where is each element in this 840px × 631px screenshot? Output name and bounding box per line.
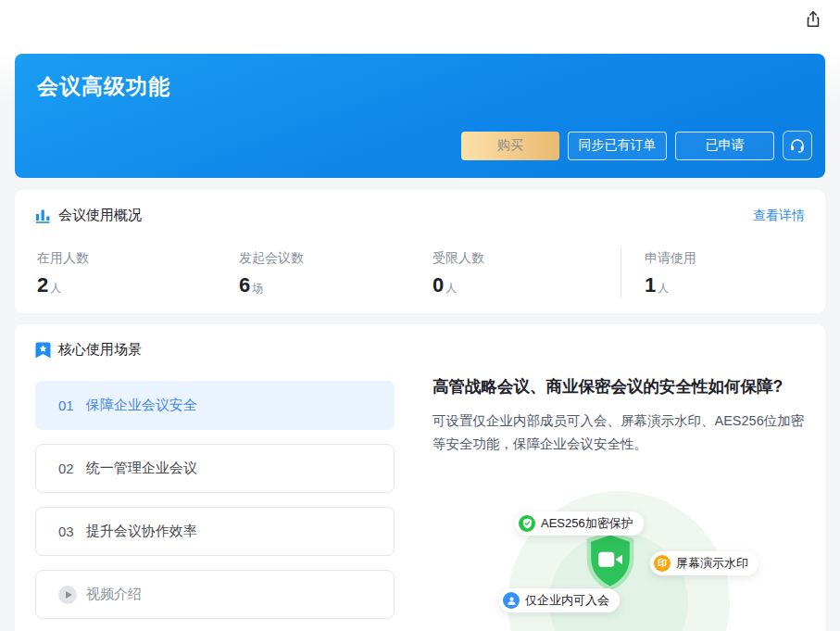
stat-applied-users: 申请使用 1人 [621,248,806,297]
stat-value: 1 [645,273,656,297]
hero-card: 会议高级功能 ¥40/人/年 购买 同步已有订单 已申请 [15,54,825,178]
usage-overview-card: 会议使用概况 查看详情 在用人数 2人 发起会议数 6场 受限人数 0人 申请使… [15,190,825,313]
stat-meetings-started: 发起会议数 6场 [239,248,433,297]
stat-label: 在用人数 [37,250,239,267]
stat-label: 受限人数 [433,250,621,267]
stat-value: 0 [433,273,444,297]
scenario-item-security[interactable]: 01 保障企业会议安全 [35,381,395,430]
shield-check-icon [519,515,535,532]
video-intro-item[interactable]: 视频介绍 [35,570,395,619]
badge-watermark: 印 屏幕演示水印 [650,551,759,575]
core-scenarios-card: 核心使用场景 01 保障企业会议安全 02 统一管理企业会议 03 提升会议协作… [15,324,825,631]
shield-camera-icon [581,529,640,594]
stat-value: 6 [239,273,250,297]
stat-restricted-users: 受限人数 0人 [433,248,621,297]
badge-label: 仅企业内可入会 [525,592,609,609]
support-button[interactable] [783,131,812,160]
scenario-item-label: 提升会议协作效率 [86,523,197,540]
stat-unit: 场 [252,282,263,295]
hero-actions: 购买 同步已有订单 已申请 [461,131,812,160]
scenario-question-heading: 高管战略会议、商业保密会议的安全性如何保障? [433,375,812,398]
badge-label: AES256加密保护 [541,515,633,532]
usage-stats: 在用人数 2人 发起会议数 6场 受限人数 0人 申请使用 1人 [37,248,806,297]
sync-orders-button[interactable]: 同步已有订单 [568,132,667,160]
stamp-icon: 印 [654,555,671,572]
page-title: 会议高级功能 [37,72,170,101]
scenario-answer-text: 可设置仅企业内部成员可入会、屏幕演示水印、AES256位加密等安全功能，保障企业… [433,410,810,456]
stat-active-users: 在用人数 2人 [37,248,239,297]
security-shield-illustration [581,529,640,594]
headset-icon [789,137,806,154]
page: 会议高级功能 ¥40/人/年 购买 同步已有订单 已申请 [0,0,840,631]
scenario-item-label: 保障企业会议安全 [86,397,197,414]
stat-unit: 人 [50,282,61,295]
stat-value: 2 [37,273,48,297]
stat-label: 申请使用 [645,250,806,267]
badge-label: 屏幕演示水印 [676,555,748,572]
bar-chart-icon [35,208,51,223]
person-icon [503,592,520,609]
scenarios-card-header: 核心使用场景 [35,341,142,359]
usage-card-header: 会议使用概况 [35,207,142,224]
view-details-link[interactable]: 查看详情 [753,208,805,224]
scenario-item-number: 03 [58,524,74,539]
buy-button[interactable]: 购买 [461,132,559,160]
badge-internal-only: 仅企业内可入会 [499,588,620,612]
scenario-list: 01 保障企业会议安全 02 统一管理企业会议 03 提升会议协作效率 视频介绍 [35,381,395,631]
scenario-item-efficiency[interactable]: 03 提升会议协作效率 [35,507,395,556]
share-button[interactable] [802,9,824,32]
applied-button[interactable]: 已申请 [675,132,774,160]
stat-unit: 人 [445,282,457,295]
video-intro-label: 视频介绍 [86,586,142,603]
usage-card-title: 会议使用概况 [58,207,142,224]
share-icon [803,9,823,30]
badge-aes256: AES256加密保护 [515,511,644,536]
scenario-item-number: 01 [58,398,74,413]
scenario-item-number: 02 [58,461,74,476]
scenarios-card-title: 核心使用场景 [58,341,142,359]
play-icon [58,586,77,604]
stat-unit: 人 [658,282,669,295]
scenario-item-label: 统一管理企业会议 [86,460,197,477]
bookmark-star-icon [35,342,51,359]
scenario-item-management[interactable]: 02 统一管理企业会议 [35,444,395,493]
stat-label: 发起会议数 [239,250,433,267]
top-bar [0,0,840,42]
